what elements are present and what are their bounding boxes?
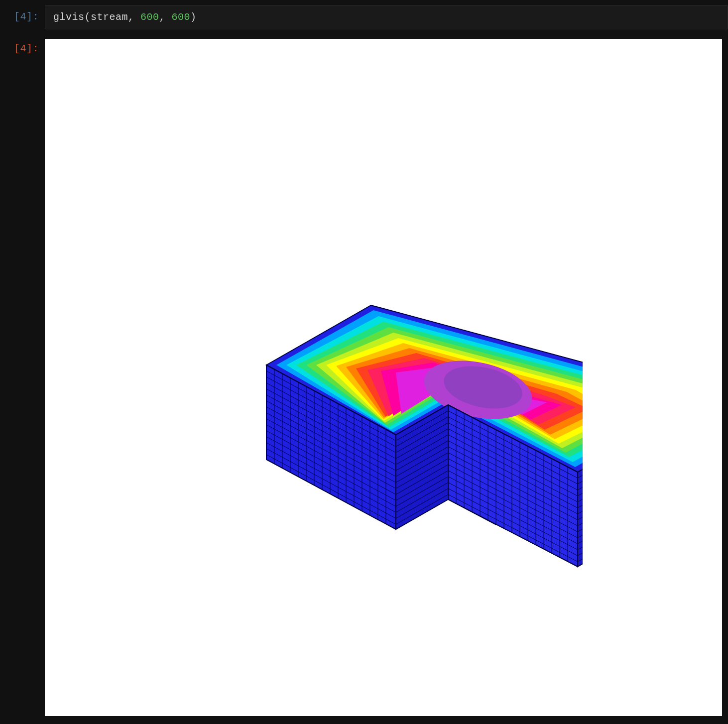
- code-comma1: ,: [128, 11, 140, 23]
- code-comma2: ,: [159, 11, 172, 23]
- code-arg1: stream: [91, 11, 128, 23]
- output-cell: [4]:: [0, 34, 728, 716]
- mesh-svg: [184, 221, 583, 569]
- prompt-number: 4: [20, 11, 26, 22]
- out-prompt-bracket-open: [: [14, 43, 20, 54]
- out-prompt-number: 4: [20, 43, 26, 54]
- output-area: [45, 37, 728, 716]
- code-paren-close: ): [190, 11, 197, 23]
- input-prompt: [4]:: [0, 5, 45, 22]
- input-cell: [4]: glvis(stream, 600, 600): [0, 0, 728, 34]
- out-prompt-bracket-close: ]:: [26, 43, 39, 54]
- code-paren-open: (: [85, 11, 91, 23]
- prompt-bracket-close: ]:: [26, 11, 39, 22]
- output-prompt: [4]:: [0, 37, 45, 54]
- fem-visualization: [184, 221, 583, 569]
- code-arg2: 600: [140, 11, 159, 23]
- glvis-canvas[interactable]: [45, 39, 722, 716]
- code-function: glvis: [53, 11, 85, 23]
- code-input-area[interactable]: glvis(stream, 600, 600): [45, 5, 728, 29]
- code-arg3: 600: [172, 11, 191, 23]
- notebook-container: [4]: glvis(stream, 600, 600) [4]:: [0, 0, 728, 724]
- prompt-bracket-open: [: [14, 11, 20, 22]
